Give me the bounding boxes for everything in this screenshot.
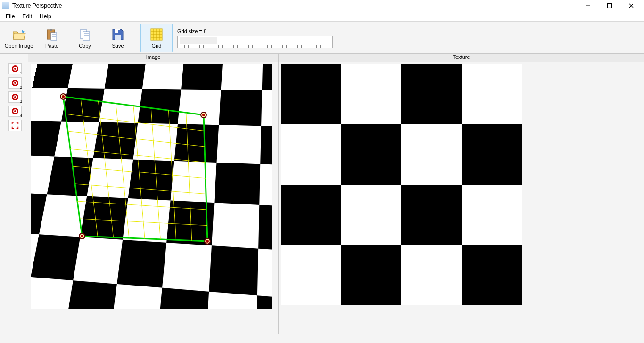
minimize-button[interactable]: [577, 0, 599, 11]
statusbar: [0, 334, 644, 343]
corner-1-button[interactable]: 1: [8, 63, 22, 74]
slider-thumb[interactable]: [180, 37, 217, 44]
copy-label: Copy: [79, 43, 91, 49]
texture-canvas[interactable]: [281, 64, 522, 305]
svg-rect-5: [50, 29, 52, 31]
grid-size-label: Grid size = 8: [177, 28, 333, 34]
save-label: Save: [112, 43, 124, 49]
maximize-button[interactable]: [599, 0, 620, 11]
panes: Image Texture: [28, 54, 644, 334]
result-checkerboard: [281, 64, 522, 305]
save-button[interactable]: Save: [102, 24, 134, 52]
image-pane-header: Image: [28, 54, 278, 62]
app-icon: [2, 2, 9, 9]
grid-icon: [149, 27, 164, 42]
svg-rect-15: [118, 30, 120, 33]
paste-label: Paste: [45, 43, 58, 49]
corner-3-button[interactable]: 3: [8, 91, 22, 103]
menu-edit-rest: dit: [26, 13, 32, 20]
window-title: Texture Perspective: [12, 2, 62, 9]
corner-3-sub: 3: [20, 99, 22, 104]
menu-file-rest: ile: [9, 13, 15, 20]
copy-button[interactable]: Copy: [69, 24, 101, 52]
menu-help-rest: elp: [44, 13, 51, 20]
image-canvas[interactable]: [31, 64, 272, 309]
paste-button[interactable]: Paste: [36, 24, 68, 52]
control-point-2[interactable]: [200, 112, 207, 118]
corner-4-button[interactable]: 4: [8, 106, 22, 117]
tool-panel: 1 2 3 4: [0, 54, 28, 334]
main-area: 1 2 3 4 Image: [0, 54, 644, 334]
toolbar: Open Image Paste Copy Save Grid Grid siz…: [0, 22, 644, 54]
close-button[interactable]: [620, 0, 642, 11]
target-icon: [12, 108, 18, 114]
slider-ticks: [181, 45, 330, 48]
menu-help[interactable]: Help: [36, 12, 55, 21]
texture-pane-body: [279, 62, 644, 334]
open-image-button[interactable]: Open Image: [3, 24, 35, 52]
save-icon: [110, 27, 125, 42]
titlebar: Texture Perspective: [0, 0, 644, 11]
folder-open-icon: [11, 27, 26, 42]
menu-edit[interactable]: Edit: [18, 12, 36, 21]
image-pane-body: [28, 62, 278, 334]
target-icon: [12, 65, 18, 72]
control-point-3[interactable]: [79, 233, 85, 239]
corner-2-sub: 2: [20, 85, 22, 90]
corner-1-sub: 1: [20, 71, 22, 75]
perspective-wrap: [31, 64, 272, 309]
control-point-1[interactable]: [60, 93, 66, 100]
grid-button[interactable]: Grid: [140, 24, 173, 52]
corner-2-button[interactable]: 2: [8, 77, 22, 89]
grid-size-slider[interactable]: [177, 36, 333, 48]
menu-file[interactable]: File: [2, 12, 18, 21]
image-pane: Image: [28, 54, 278, 334]
target-icon: [12, 94, 18, 100]
svg-rect-14: [115, 35, 121, 40]
menubar: File Edit Help: [0, 11, 644, 22]
grid-size-control: Grid size = 8: [177, 24, 333, 52]
copy-icon: [77, 27, 92, 42]
texture-pane: Texture: [278, 54, 644, 334]
control-point-4[interactable]: [204, 238, 211, 245]
target-icon: [12, 80, 18, 86]
svg-rect-10: [83, 32, 90, 40]
corner-4-sub: 4: [20, 113, 22, 118]
open-image-label: Open Image: [5, 43, 33, 49]
source-checkerboard: [31, 64, 272, 309]
paste-icon: [44, 27, 59, 42]
grid-label: Grid: [152, 43, 162, 49]
svg-rect-1: [608, 4, 612, 8]
expand-icon: [11, 121, 19, 130]
fit-button[interactable]: [8, 120, 22, 131]
texture-pane-header: Texture: [279, 54, 644, 62]
